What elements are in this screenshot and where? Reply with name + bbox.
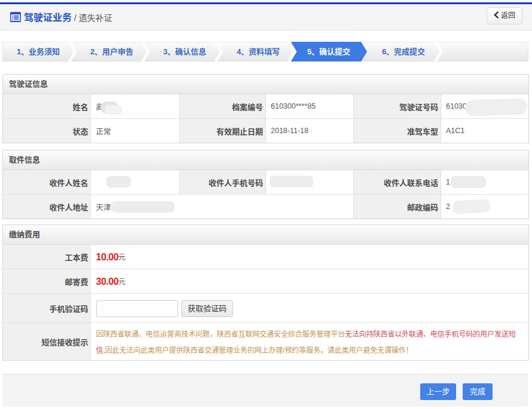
svg-text:2、用户申告: 2、用户申告 [90,47,133,56]
svg-text:3、确认信息: 3、确认信息 [163,47,206,56]
svg-text:4、资料填写: 4、资料填写 [237,47,280,56]
svg-text:6、完成提交: 6、完成提交 [382,47,425,56]
svg-text:1、业务须知: 1、业务须知 [17,47,60,56]
svg-text:5、确认提交: 5、确认提交 [307,47,350,56]
